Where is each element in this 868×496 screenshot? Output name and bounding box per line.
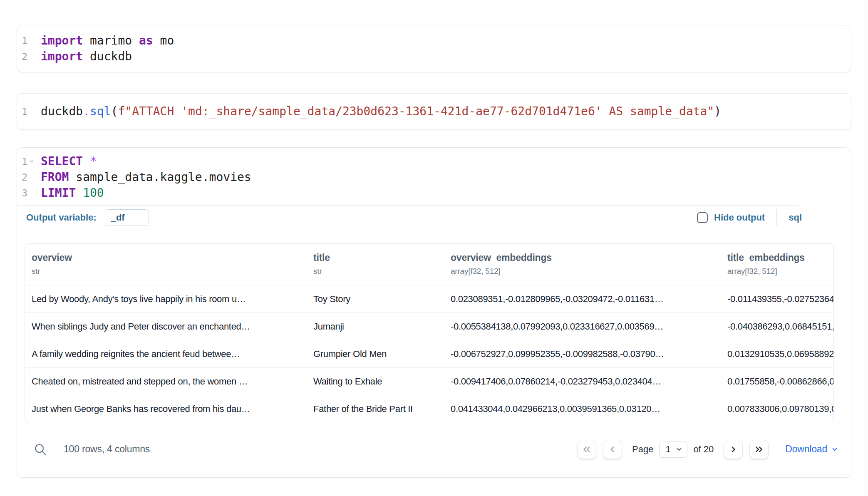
row-column-summary: 100 rows, 4 columns xyxy=(64,444,150,455)
cell-overview: When siblings Judy and Peter discover an… xyxy=(25,313,307,340)
cell-overview: Led by Woody, Andy's toys live happily i… xyxy=(25,285,307,313)
previous-page-button[interactable] xyxy=(603,440,622,459)
scrollbar-track[interactable] xyxy=(864,0,868,496)
table-row: Just when George Banks has recovered fro… xyxy=(25,395,834,423)
page-label: Page xyxy=(632,444,653,455)
cell-overview: Cheated on, mistreated and stepped on, t… xyxy=(25,368,307,395)
result-table-card: overviewstrtitlestroverview_embeddingsar… xyxy=(25,243,834,423)
code-line[interactable]: SELECT * xyxy=(41,154,851,169)
output-variable-label: Output variable: xyxy=(26,212,97,223)
chevron-left-icon xyxy=(607,444,618,455)
cell-overview_embeddings: -0.006752927,0.099952355,-0.009982588,-0… xyxy=(444,340,721,368)
code-cell-attach: 1 duckdb.sql(f"ATTACH 'md:_share/sample_… xyxy=(17,93,851,130)
cell-overview_embeddings: 0.041433044,0.042966213,0.0039591365,0.0… xyxy=(444,395,721,423)
cell-title: Waiting to Exhale xyxy=(307,368,444,395)
line-number: 1 xyxy=(22,104,27,119)
chevrons-right-icon xyxy=(754,444,764,455)
code-editor-attach[interactable]: 1 duckdb.sql(f"ATTACH 'md:_share/sample_… xyxy=(17,94,851,129)
cell-title: Jumanji xyxy=(307,313,444,340)
pagination-controls: Page 1 of 20 Download xyxy=(577,440,838,459)
page-count-label: of 20 xyxy=(693,444,714,455)
table-footer: 100 rows, 4 columns Page 1 of 20 Downloa… xyxy=(17,436,851,463)
output-options-bar: Output variable: _df Hide output sql xyxy=(17,206,851,230)
next-page-button[interactable] xyxy=(724,440,743,459)
cell-title_embeddings: 0.007833006,0.09780139,0.02188 xyxy=(721,395,834,423)
code-line[interactable]: duckdb.sql(f"ATTACH 'md:_share/sample_da… xyxy=(41,104,851,119)
cell-title_embeddings: -0.011439355,-0.02752364,0.0312 xyxy=(721,285,834,313)
line-number-gutter: 123 xyxy=(17,154,36,201)
chevron-down-icon xyxy=(831,446,838,453)
cell-title_embeddings: 0.01755858,-0.00862866,0.04413 xyxy=(721,368,834,395)
code-cell-imports: 12 import marimo as moimport duckdb xyxy=(17,25,851,72)
chevron-right-icon xyxy=(728,444,739,455)
line-number: 2 xyxy=(22,49,27,64)
column-header-overview_embeddings[interactable]: overview_embeddingsarray[f32, 512] xyxy=(444,244,721,285)
table-header-row: overviewstrtitlestroverview_embeddingsar… xyxy=(25,244,834,285)
sql-cell: 123 SELECT *FROM sample_data.kaggle.movi… xyxy=(17,147,851,478)
output-variable-input[interactable]: _df xyxy=(105,209,149,226)
cell-title: Grumpier Old Men xyxy=(307,340,444,368)
first-page-button[interactable] xyxy=(577,440,596,459)
code-editor-imports[interactable]: 12 import marimo as moimport duckdb xyxy=(17,25,851,72)
code-editor-sql[interactable]: 123 SELECT *FROM sample_data.kaggle.movi… xyxy=(17,148,851,205)
code-area[interactable]: import marimo as moimport duckdb xyxy=(36,33,851,64)
download-button[interactable]: Download xyxy=(785,444,838,455)
code-line[interactable]: LIMIT 100 xyxy=(41,185,851,201)
code-line[interactable]: import duckdb xyxy=(41,49,851,64)
line-number-gutter: 1 xyxy=(17,104,36,119)
table-row: A family wedding reignites the ancient f… xyxy=(25,340,834,368)
code-line[interactable]: FROM sample_data.kaggle.movies xyxy=(41,169,851,185)
result-table: overviewstrtitlestroverview_embeddingsar… xyxy=(25,244,834,423)
cell-overview_embeddings: 0.023089351,-0.012809965,-0.03209472,-0.… xyxy=(444,285,721,313)
last-page-button[interactable] xyxy=(749,440,769,459)
column-header-overview[interactable]: overviewstr xyxy=(25,244,307,285)
hide-output-label[interactable]: Hide output xyxy=(714,212,765,223)
cell-title_embeddings: -0.040386293,0.06845151,0.0204 xyxy=(721,313,834,340)
table-row: Led by Woody, Andy's toys live happily i… xyxy=(25,285,834,313)
cell-overview_embeddings: -0.009417406,0.07860214,-0.023279453,0.0… xyxy=(444,368,721,395)
cell-title: Toy Story xyxy=(307,285,444,313)
chevron-down-icon xyxy=(675,446,683,453)
cell-title_embeddings: 0.0132910535,0.06958892,0.0114 xyxy=(721,340,834,368)
language-badge-sql[interactable]: sql xyxy=(789,212,802,223)
cell-overview: A family wedding reignites the ancient f… xyxy=(25,340,307,368)
code-area[interactable]: duckdb.sql(f"ATTACH 'md:_share/sample_da… xyxy=(36,104,851,119)
table-row: When siblings Judy and Peter discover an… xyxy=(25,313,834,340)
cell-overview: Just when George Banks has recovered fro… xyxy=(25,395,307,423)
page-number-select[interactable]: 1 xyxy=(659,441,687,458)
output-divider xyxy=(17,230,851,230)
line-number-gutter: 12 xyxy=(17,33,36,64)
chevrons-left-icon xyxy=(581,444,592,455)
table-row: Cheated on, mistreated and stepped on, t… xyxy=(25,368,834,395)
line-number: 3 xyxy=(22,185,27,201)
code-area[interactable]: SELECT *FROM sample_data.kaggle.moviesLI… xyxy=(36,154,851,201)
column-header-title[interactable]: titlestr xyxy=(307,244,444,285)
search-icon[interactable] xyxy=(34,443,47,456)
column-header-title_embeddings[interactable]: title_embeddingsarray[f32, 512] xyxy=(721,244,834,285)
line-number: 2 xyxy=(22,169,27,185)
line-number: 1 xyxy=(22,33,27,49)
code-line[interactable]: import marimo as mo xyxy=(41,33,851,49)
cell-overview_embeddings: -0.0055384138,0.07992093,0.023316627,0.0… xyxy=(444,313,721,340)
fold-chevron-down-icon[interactable] xyxy=(27,158,36,165)
hide-output-checkbox[interactable] xyxy=(697,212,708,223)
line-number: 1 xyxy=(22,154,27,169)
cell-title: Father of the Bride Part II xyxy=(307,395,444,423)
vertical-divider xyxy=(776,209,777,226)
